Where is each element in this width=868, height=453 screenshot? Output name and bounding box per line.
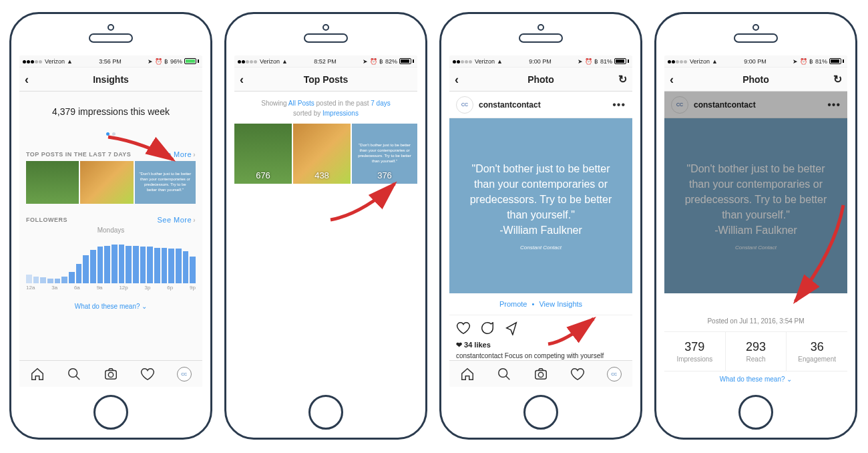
back-icon[interactable]: ‹ [455, 73, 459, 86]
author-row: CC constantcontact ••• [449, 92, 632, 118]
search-icon[interactable] [497, 367, 511, 382]
filter-7-days[interactable]: 7 days [371, 100, 390, 107]
speaker-slot [734, 33, 778, 43]
chart-day-label: Mondays [26, 226, 196, 235]
wifi-icon: ▲ [67, 58, 73, 65]
page-title: Photo [527, 74, 554, 85]
speaker-slot [519, 33, 563, 43]
back-icon[interactable]: ‹ [240, 73, 244, 86]
promote-insights-row: Promote • View Insights [449, 293, 632, 315]
photo-content: CC constantcontact ••• "Don't bother jus… [449, 92, 632, 387]
what-do-these-mean-link[interactable]: What do these mean? ⌄ [19, 299, 202, 314]
status-bar: Verizon ▲ 3:56 PM ➤ ⏰ ฿ 96% [19, 55, 202, 67]
what-do-these-mean-link[interactable]: What do these mean? ⌄ [664, 371, 847, 387]
section-header-top-posts: TOP POSTS IN THE LAST 7 DAYS See More› [19, 145, 202, 161]
post-thumb-2[interactable]: 438 [293, 124, 351, 184]
camera-icon[interactable] [533, 367, 548, 382]
svg-rect-1 [105, 370, 117, 379]
screen: Verizon ▲ 8:52 PM ➤ ⏰ ฿ 82% ‹ Top Posts … [234, 55, 417, 387]
post-thumb-3[interactable]: "Don't bother just to be better than you… [352, 124, 417, 184]
svg-point-2 [108, 372, 113, 377]
status-bar: Verizon ▲ 9:00 PM ➤ ⏰ ฿ 81% [449, 55, 632, 67]
back-icon[interactable]: ‹ [25, 73, 29, 86]
profile-avatar[interactable]: CC [607, 367, 622, 382]
thumb-post-3[interactable]: "Don't bother just to be better than you… [135, 161, 196, 204]
author-username[interactable]: constantcontact [479, 100, 607, 110]
signal-dots [668, 58, 688, 65]
battery-icon [614, 58, 629, 64]
refresh-icon[interactable]: ↻ [833, 73, 842, 86]
see-more-link[interactable]: See More› [157, 216, 196, 224]
dim-overlay[interactable] [664, 92, 847, 293]
home-icon[interactable] [30, 367, 45, 382]
tab-bar: CC [19, 360, 202, 387]
like-icon[interactable] [456, 321, 471, 338]
home-button[interactable] [93, 395, 128, 430]
more-options-icon[interactable]: ••• [612, 99, 626, 111]
stat-engagement: 36 Engagement [787, 332, 847, 371]
camera-icon[interactable] [103, 367, 118, 382]
followers-chart: Mondays 12a3a6a9a12p3p6p9p [19, 226, 202, 299]
page-dots[interactable] [19, 126, 202, 145]
home-icon[interactable] [460, 367, 475, 382]
battery-pct: 82% [385, 58, 397, 65]
home-button[interactable] [738, 395, 773, 430]
section-label: FOLLOWERS [26, 216, 67, 223]
section-label: TOP POSTS IN THE LAST 7 DAYS [26, 151, 131, 158]
screen: Verizon ▲ 3:56 PM ➤ ⏰ ฿ 96% ‹ Insights 4… [19, 55, 202, 387]
clock: 9:00 PM [529, 58, 552, 65]
signal-dots [23, 58, 43, 65]
clock: 9:00 PM [744, 58, 767, 65]
filter-sort-impressions[interactable]: Impressions [322, 110, 359, 117]
wifi-icon: ▲ [282, 58, 288, 65]
separator-dot: • [529, 300, 537, 308]
battery-pct: 81% [815, 58, 827, 65]
impressions-headline: 4,379 impressions this week [19, 92, 202, 126]
comment-icon[interactable] [480, 321, 495, 338]
signal-dots [453, 58, 473, 65]
status-bar: Verizon ▲ 9:00 PM ➤ ⏰ ฿ 81% [664, 55, 847, 67]
promote-link[interactable]: Promote [499, 300, 527, 308]
svg-point-3 [499, 368, 507, 377]
thumb-post-1[interactable] [26, 161, 79, 204]
insights-sheet: Posted on Jul 11, 2016, 3:54 PM 379 Impr… [664, 311, 847, 387]
svg-rect-4 [535, 370, 547, 379]
nav-header: ‹ Insights [19, 67, 202, 92]
svg-point-0 [69, 368, 77, 377]
phone-top [11, 14, 210, 53]
location-icon: ➤ [148, 58, 153, 65]
likes-count[interactable]: ❤ 34 likes [449, 341, 632, 352]
thumb-post-2[interactable] [80, 161, 133, 204]
back-icon[interactable]: ‹ [670, 73, 674, 86]
heart-icon[interactable] [140, 367, 155, 382]
phone-top [226, 14, 425, 53]
post-image-quote[interactable]: "Don't bother just to be better than you… [449, 118, 632, 293]
photo-content-dimmed: CC constantcontact ••• "Don't bother jus… [664, 92, 847, 387]
heart-icon[interactable] [570, 367, 585, 382]
carrier-label: Verizon [690, 58, 710, 65]
top-posts-thumbs: "Don't bother just to be better than you… [19, 161, 202, 210]
see-more-link[interactable]: See More› [157, 150, 196, 158]
phone-frame-2: Verizon ▲ 8:52 PM ➤ ⏰ ฿ 82% ‹ Top Posts … [224, 12, 427, 440]
alarm-icon: ⏰ [585, 58, 592, 65]
refresh-icon[interactable]: ↻ [618, 73, 627, 86]
author-avatar[interactable]: CC [456, 96, 473, 114]
share-icon[interactable] [504, 321, 519, 338]
view-insights-link[interactable]: View Insights [539, 300, 582, 308]
signal-dots [238, 58, 258, 65]
home-button[interactable] [523, 395, 558, 430]
home-button[interactable] [308, 395, 343, 430]
search-icon[interactable] [67, 367, 81, 382]
profile-avatar[interactable]: CC [177, 367, 192, 382]
alarm-icon: ⏰ [800, 58, 807, 65]
speaker-slot [89, 33, 133, 43]
phone-frame-4: Verizon ▲ 9:00 PM ➤ ⏰ ฿ 81% ‹ Photo ↻ CC… [654, 12, 857, 440]
stat-impressions: 379 Impressions [664, 332, 725, 371]
filter-all-posts[interactable]: All Posts [288, 100, 314, 107]
battery-icon [399, 58, 414, 64]
bluetooth-icon: ฿ [164, 58, 168, 65]
carrier-label: Verizon [260, 58, 280, 65]
location-icon: ➤ [793, 58, 798, 65]
post-thumb-1[interactable]: 676 [234, 124, 292, 184]
location-icon: ➤ [578, 58, 583, 65]
